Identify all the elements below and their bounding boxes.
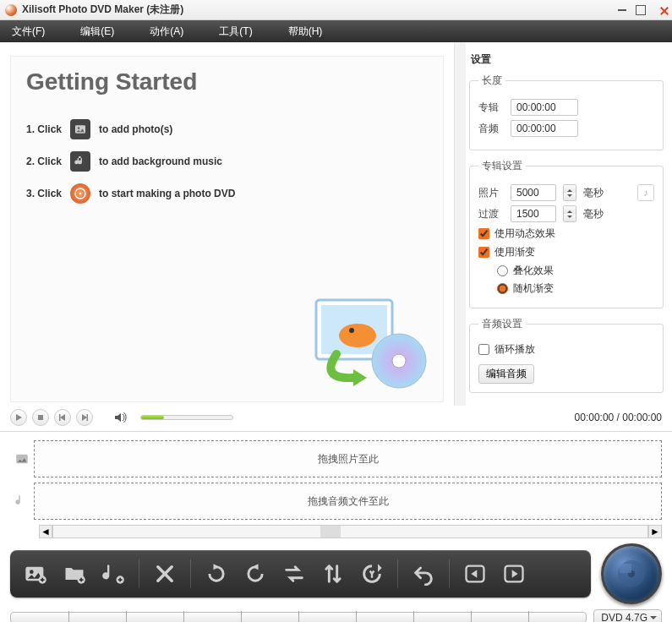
app-logo-icon: [5, 4, 17, 16]
timeline-scrollbar[interactable]: ◄ ►: [39, 525, 662, 538]
menu-edit[interactable]: 编辑(E): [80, 25, 114, 39]
svg-rect-33: [620, 564, 631, 573]
preview-scrollbar[interactable]: [454, 42, 466, 406]
audio-track: 拖拽音频文件至此: [10, 483, 662, 520]
dvd-capacity-select[interactable]: DVD 4.7G: [593, 609, 662, 622]
stop-button[interactable]: [32, 409, 49, 426]
preview-pane: Getting Started 1. Click to add photo(s)…: [0, 42, 454, 406]
capacity-bar: 0.5GB1GB1.5GB2GB2.5GB3GB3.5GB4GB4.5GB DV…: [0, 609, 672, 622]
svg-marker-12: [16, 414, 22, 421]
use-gradient-input[interactable]: [478, 247, 489, 258]
add-audio-button[interactable]: [98, 559, 128, 589]
audio-dropzone[interactable]: 拖拽音频文件至此: [34, 483, 662, 520]
loop-playback-input[interactable]: [478, 344, 489, 355]
svg-point-20: [30, 570, 34, 574]
svg-marker-8: [353, 369, 367, 386]
capacity-tick: [68, 611, 69, 622]
close-button[interactable]: [652, 3, 667, 18]
play-button[interactable]: [10, 409, 27, 426]
photo-duration-spinner[interactable]: [563, 184, 576, 201]
use-motion-label: 使用动态效果: [494, 226, 555, 241]
undo-button[interactable]: [408, 559, 439, 589]
capacity-tick: [471, 611, 472, 622]
svg-point-11: [392, 354, 406, 368]
spinner-down-icon[interactable]: [564, 193, 576, 200]
minimize-button[interactable]: [615, 3, 630, 18]
add-music-icon: [70, 151, 90, 172]
photo-dropzone-hint: 拖拽照片至此: [318, 452, 379, 466]
repeat-button[interactable]: [279, 559, 309, 589]
audio-settings-legend: 音频设置: [478, 317, 526, 331]
spinner-down-icon[interactable]: [564, 214, 576, 221]
use-motion-checkbox[interactable]: 使用动态效果: [478, 226, 654, 241]
add-photo-icon: [70, 119, 90, 139]
svg-marker-16: [82, 414, 87, 421]
prev-button[interactable]: [54, 409, 71, 426]
volume-icon[interactable]: [113, 411, 127, 424]
length-legend: 长度: [478, 74, 505, 88]
settings-title: 设置: [471, 52, 664, 67]
nav-next-button[interactable]: [499, 559, 529, 589]
minimize-icon: [618, 9, 626, 11]
transition-duration-input[interactable]: 1500: [511, 205, 556, 222]
svg-marker-30: [512, 570, 518, 577]
svg-marker-25: [253, 564, 259, 570]
stack-effect-input[interactable]: [497, 265, 508, 276]
volume-slider[interactable]: [140, 415, 233, 420]
loop-playback-checkbox[interactable]: 循环播放: [478, 342, 654, 357]
menu-action[interactable]: 动作(A): [150, 25, 183, 39]
capacity-tick: [528, 611, 529, 622]
capacity-ruler: 0.5GB1GB1.5GB2GB2.5GB3GB3.5GB4GB4.5GB: [10, 612, 587, 622]
step-3-text: to start making a photo DVD: [99, 188, 235, 199]
scroll-left-button[interactable]: ◄: [39, 525, 52, 538]
toolbar-main: [10, 550, 591, 597]
illustration-icon: [311, 295, 438, 396]
sort-button[interactable]: [318, 559, 348, 589]
photo-duration-input[interactable]: 5000: [511, 184, 556, 201]
nav-prev-button[interactable]: [460, 559, 490, 589]
delete-button[interactable]: [150, 559, 180, 589]
step-2-prefix: 2. Click: [26, 156, 62, 167]
use-gradient-checkbox[interactable]: 使用渐变: [478, 245, 654, 259]
volume-fill: [141, 416, 164, 419]
svg-point-3: [79, 193, 82, 195]
spinner-up-icon[interactable]: [564, 185, 576, 193]
photo-dropzone[interactable]: 拖拽照片至此: [34, 440, 662, 477]
svg-marker-26: [378, 564, 382, 571]
transition-duration-spinner[interactable]: [563, 205, 576, 222]
svg-point-1: [78, 127, 80, 129]
next-button[interactable]: [76, 409, 93, 426]
use-motion-input[interactable]: [478, 228, 489, 239]
random-button[interactable]: [357, 559, 387, 589]
audio-track-icon: [10, 483, 34, 520]
add-folder-button[interactable]: [59, 559, 90, 589]
stack-effect-radio[interactable]: 叠化效果: [497, 264, 654, 278]
burn-disc-icon: [615, 557, 648, 591]
album-settings-group: 专辑设置 照片 5000 毫秒 ♪ 过渡 1500 毫秒 使用动态效果 使用渐变…: [469, 159, 664, 308]
edit-audio-button[interactable]: 编辑音频: [478, 364, 534, 384]
random-gradient-radio[interactable]: 随机渐变: [497, 281, 654, 296]
audio-length-value: 00:00:00: [511, 120, 578, 137]
menu-tools[interactable]: 工具(T): [219, 25, 252, 39]
music-settings-button[interactable]: ♪: [637, 184, 654, 201]
gradient-radio-group: 叠化效果 随机渐变: [497, 264, 654, 296]
rotate-right-button[interactable]: [240, 559, 270, 589]
audio-settings-group: 音频设置 循环播放 编辑音频: [469, 317, 664, 393]
svg-rect-15: [59, 414, 61, 421]
burn-button[interactable]: [601, 543, 662, 604]
menu-file[interactable]: 文件(F): [12, 25, 45, 39]
spinner-up-icon[interactable]: [564, 206, 576, 214]
capacity-tick: [413, 611, 414, 622]
scroll-thumb[interactable]: [320, 526, 341, 537]
random-gradient-input[interactable]: [497, 283, 508, 294]
step-3: 3. Click to start making a photo DVD: [26, 183, 428, 204]
window-title: Xilisoft Photo DVD Maker (未注册): [22, 3, 611, 17]
rotate-left-button[interactable]: [201, 559, 232, 589]
scroll-right-button[interactable]: ►: [648, 525, 662, 538]
menu-help[interactable]: 帮助(H): [288, 25, 323, 39]
length-group: 长度 专辑 00:00:00 音频 00:00:00: [469, 74, 664, 150]
add-photo-button[interactable]: [20, 559, 51, 589]
transition-duration-value: 1500: [516, 208, 539, 220]
maximize-button[interactable]: [633, 3, 648, 18]
scroll-track[interactable]: [52, 525, 648, 538]
